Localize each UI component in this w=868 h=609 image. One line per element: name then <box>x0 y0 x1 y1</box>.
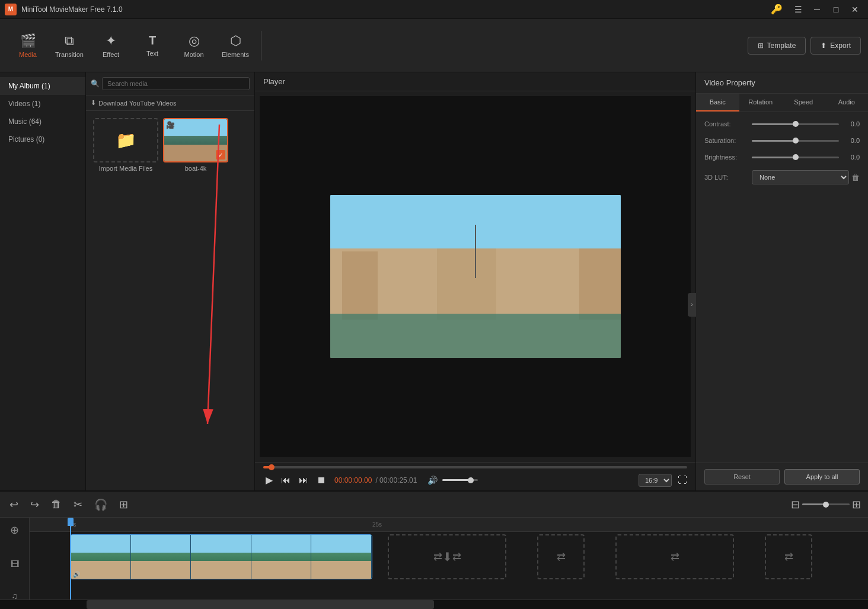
video-scene-svg <box>330 195 621 358</box>
swap-button-1[interactable]: ⇄ <box>433 550 442 563</box>
import-media-item[interactable]: 📁 Import Media Files <box>93 118 158 172</box>
aspect-ratio-select[interactable]: 16:9 9:16 1:1 4:3 <box>639 474 672 487</box>
fullscreen-button[interactable]: ⛶ <box>678 475 687 486</box>
playhead-head <box>68 518 74 526</box>
timeline-placeholder-2: ⇄ <box>537 534 585 579</box>
media-file-boat-4k[interactable]: 🎥 ✓ boat-4k <box>163 118 228 172</box>
saturation-label: Saturation: <box>704 137 752 144</box>
saturation-slider[interactable] <box>752 140 839 142</box>
swap-button-5[interactable]: ⇄ <box>784 550 793 563</box>
import-media-label: Import Media Files <box>99 165 152 172</box>
timeline-placeholder-1: ⇄ ⬇ ⇄ <box>388 534 506 579</box>
timeline-playhead[interactable] <box>70 518 71 600</box>
media-thumbnail-boat[interactable]: 🎥 ✓ <box>163 118 228 162</box>
lut-select[interactable]: None <box>752 170 849 184</box>
sidebar-item-pictures[interactable]: Pictures (0) <box>0 130 85 148</box>
search-input[interactable] <box>102 77 250 90</box>
svg-rect-6 <box>502 240 573 320</box>
toolbar-item-media[interactable]: 🎬 Media <box>7 25 49 66</box>
download-button-1[interactable]: ⬇ <box>442 550 452 564</box>
ruler-mark-25s: 25s <box>372 521 382 528</box>
media-file-label: boat-4k <box>185 165 207 172</box>
split-button[interactable]: ✂ <box>71 496 85 514</box>
folder-icon: 📁 <box>116 130 136 150</box>
swap-button-2[interactable]: ⇄ <box>452 550 461 563</box>
video-preview <box>330 195 621 358</box>
timeline-placeholder-4: ⇄ <box>765 534 812 579</box>
video-track: 🔊 ⇄ ⬇ ⇄ ⇄ ⇄ ⇄ <box>30 534 868 582</box>
close-button[interactable]: ✕ <box>847 4 863 15</box>
zoom-out-button[interactable]: ⊟ <box>791 498 800 511</box>
reset-button[interactable]: Reset <box>704 469 780 484</box>
add-track-button[interactable]: ⊕ <box>9 522 20 538</box>
import-media-button[interactable]: 📁 <box>93 118 158 162</box>
prev-frame-button[interactable]: ⏮ <box>279 474 293 487</box>
zoom-in-button[interactable]: ⊞ <box>852 498 861 511</box>
toolbar-item-effect[interactable]: ✦ Effect <box>90 25 132 66</box>
swap-button-3[interactable]: ⇄ <box>557 550 566 563</box>
sidebar-item-music[interactable]: Music (64) <box>0 113 85 130</box>
text-label: Text <box>146 50 158 57</box>
sidebar-item-my-album[interactable]: My Album (1) <box>0 77 85 95</box>
contrast-value: 0.0 <box>839 120 860 127</box>
contrast-slider-wrap <box>752 123 839 125</box>
redo-button[interactable]: ↪ <box>28 496 42 514</box>
stop-button[interactable]: ⏹ <box>314 474 328 487</box>
effect-icon: ✦ <box>106 33 116 49</box>
delete-button[interactable]: 🗑 <box>49 496 64 513</box>
transition-label: Transition <box>55 51 84 58</box>
timeline-left-panel: ⊕ 🎞 ♫ <box>0 518 30 600</box>
toolbar-item-motion[interactable]: ◎ Motion <box>173 25 215 66</box>
sidebar-item-videos[interactable]: Videos (1) <box>0 95 85 113</box>
crop-button[interactable]: ⊞ <box>117 496 130 514</box>
app-title: MiniTool MovieMaker Free 7.1.0 <box>21 5 771 14</box>
minimize-button[interactable]: ─ <box>809 4 825 15</box>
brightness-value: 0.0 <box>839 154 860 161</box>
timeline-toolbar: ↩ ↪ 🗑 ✂ 🎧 ⊞ ⊟ ⊞ <box>0 492 868 518</box>
contrast-slider[interactable] <box>752 123 839 125</box>
saturation-value: 0.0 <box>839 137 860 144</box>
export-button[interactable]: ⬆ Export <box>810 37 861 55</box>
panel-collapse-handle[interactable]: › <box>688 293 696 317</box>
toolbar-item-transition[interactable]: ⧉ Transition <box>49 25 90 66</box>
key-icon[interactable]: 🔑 <box>771 4 783 15</box>
timeline-track-area[interactable]: 0s 25s <box>30 518 868 600</box>
maximize-button[interactable]: □ <box>828 4 844 15</box>
progress-bar[interactable] <box>263 466 687 468</box>
play-button[interactable]: ▶ <box>263 473 275 487</box>
toolbar-item-text[interactable]: T Text <box>132 25 173 66</box>
video-track-icon[interactable]: 🎞 <box>9 558 20 570</box>
toolbar-item-elements[interactable]: ⬡ Elements <box>215 25 256 66</box>
brightness-row: Brightness: 0.0 <box>704 154 860 161</box>
tab-basic[interactable]: Basic <box>696 94 739 111</box>
next-frame-button[interactable]: ⏭ <box>296 474 311 487</box>
audio-detach-button[interactable]: 🎧 <box>92 496 110 514</box>
tab-speed[interactable]: Speed <box>782 94 825 111</box>
audio-track-icon[interactable]: ♫ <box>10 590 19 600</box>
volume-slider[interactable] <box>442 479 478 481</box>
svg-rect-5 <box>437 237 496 320</box>
undo-button[interactable]: ↩ <box>7 496 21 514</box>
menu-button[interactable]: ☰ <box>790 4 806 15</box>
template-layers-icon: ⊞ <box>758 42 764 50</box>
zoom-slider[interactable] <box>802 503 850 505</box>
lut-delete-button[interactable]: 🗑 <box>851 173 860 182</box>
volume-icon[interactable]: 🔊 <box>425 474 440 486</box>
app-logo: M <box>5 4 17 15</box>
media-icon: 🎬 <box>20 33 36 49</box>
window-controls: ☰ ─ □ ✕ <box>790 4 863 15</box>
brightness-label: Brightness: <box>704 154 752 161</box>
video-clip-boat[interactable]: 🔊 <box>70 534 372 579</box>
template-button[interactable]: ⊞ Template <box>748 37 806 55</box>
tab-rotation[interactable]: Rotation <box>739 94 783 111</box>
tab-audio[interactable]: Audio <box>825 94 869 111</box>
download-youtube-button[interactable]: ⬇ Download YouTube Videos <box>86 95 254 111</box>
player-controls: ▶ ⏮ ⏭ ⏹ 00:00:00.00 / 00:00:25.01 🔊 16:9… <box>255 462 695 490</box>
brightness-slider[interactable] <box>752 157 839 158</box>
apply-all-button[interactable]: Apply to all <box>784 469 860 484</box>
timeline-scrollbar[interactable] <box>0 600 868 609</box>
audio-indicator-icon: 🔊 <box>73 571 80 578</box>
progress-thumb <box>269 464 275 470</box>
effect-label: Effect <box>103 51 119 58</box>
swap-button-4[interactable]: ⇄ <box>671 550 679 563</box>
